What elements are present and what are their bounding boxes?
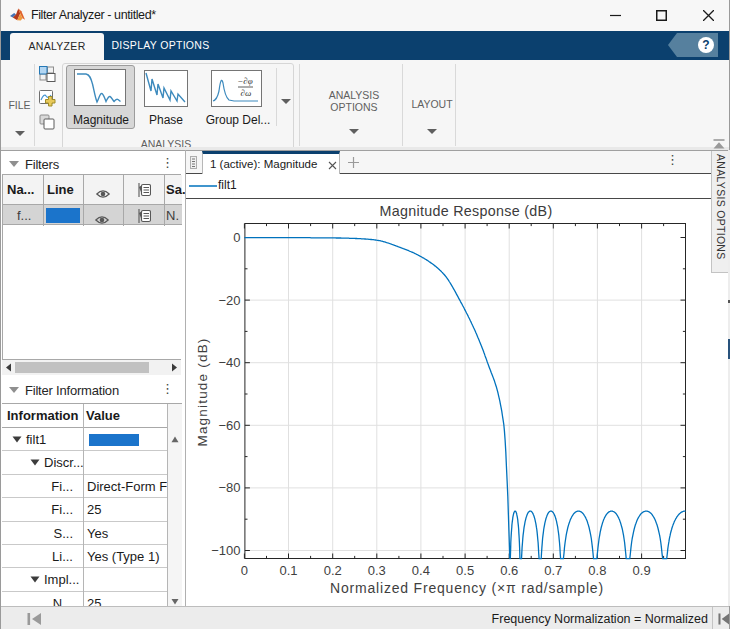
svg-text:0.1: 0.1 — [279, 563, 297, 578]
svg-text:∂ω: ∂ω — [241, 88, 252, 98]
svg-text:−100: −100 — [211, 543, 240, 558]
svg-text:0.9: 0.9 — [633, 563, 651, 578]
svg-text:Normalized Frequency (×π rad/s: Normalized Frequency (×π rad/sample) — [330, 580, 604, 596]
svg-text:0.5: 0.5 — [456, 563, 474, 578]
svg-text:0.6: 0.6 — [500, 563, 518, 578]
svg-text:0: 0 — [233, 230, 240, 245]
svg-text:0.4: 0.4 — [412, 563, 430, 578]
svg-text:−60: −60 — [218, 418, 240, 433]
svg-text:Magnitude Response (dB): Magnitude Response (dB) — [380, 203, 553, 219]
svg-text:−80: −80 — [218, 480, 240, 495]
svg-text:Magnitude (dB): Magnitude (dB) — [195, 337, 210, 446]
svg-text:0: 0 — [241, 563, 248, 578]
svg-text:0.7: 0.7 — [544, 563, 562, 578]
svg-text:−40: −40 — [218, 355, 240, 370]
svg-text:0.2: 0.2 — [324, 563, 342, 578]
svg-text:−∂φ: −∂φ — [237, 76, 253, 86]
svg-text:0.8: 0.8 — [588, 563, 606, 578]
svg-text:−20: −20 — [218, 293, 240, 308]
svg-text:0.3: 0.3 — [368, 563, 386, 578]
